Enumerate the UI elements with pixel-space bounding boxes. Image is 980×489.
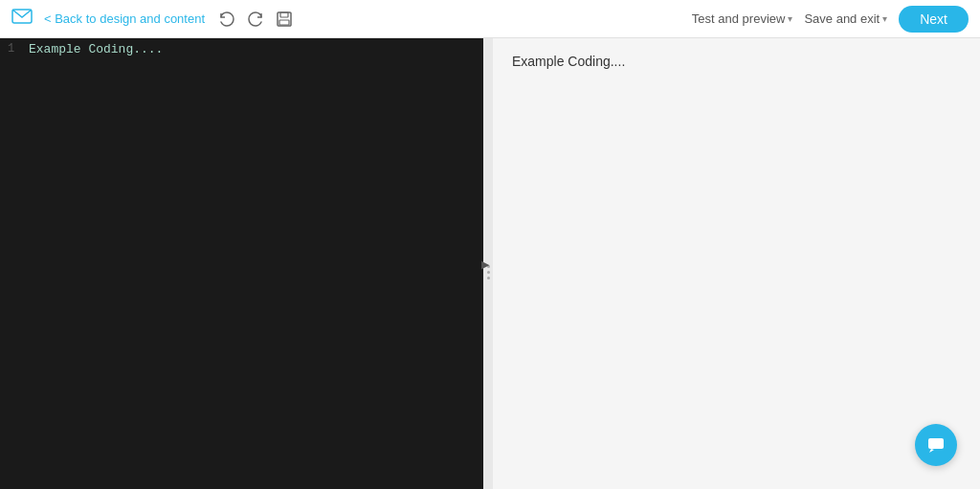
- code-line-1: 1 Example Coding....: [0, 38, 483, 60]
- toolbar-icons: [216, 9, 295, 30]
- preview-panel: Example Coding....: [493, 38, 980, 489]
- svg-rect-4: [928, 438, 944, 449]
- svg-rect-3: [279, 20, 289, 25]
- line-number-1: 1: [0, 42, 29, 56]
- panel-divider[interactable]: ▶: [483, 38, 493, 489]
- toolbar: < Back to design and content: [0, 0, 980, 38]
- save-exit-button[interactable]: Save and exit ▾: [804, 11, 887, 26]
- save-exit-chevron: ▾: [882, 13, 887, 24]
- chat-button[interactable]: [915, 424, 957, 466]
- toolbar-right: Test and preview ▾ Save and exit ▾ Next: [692, 6, 969, 33]
- divider-dot-3: [487, 277, 490, 279]
- code-editor[interactable]: 1 Example Coding....: [0, 38, 483, 489]
- line-content-1: Example Coding....: [29, 42, 163, 56]
- svg-marker-5: [929, 449, 934, 453]
- test-preview-button[interactable]: Test and preview ▾: [692, 11, 793, 26]
- expand-arrow: ▶: [481, 257, 489, 270]
- back-label: < Back to design and content: [44, 11, 205, 26]
- save-file-button[interactable]: [274, 9, 295, 30]
- main-area: 1 Example Coding.... ▶ Example Coding...…: [0, 38, 980, 489]
- preview-title: Example Coding....: [512, 54, 961, 69]
- next-button[interactable]: Next: [899, 6, 969, 33]
- test-preview-label: Test and preview: [692, 11, 786, 26]
- redo-button[interactable]: [245, 9, 266, 30]
- toolbar-left: < Back to design and content: [11, 9, 295, 30]
- save-exit-label: Save and exit: [804, 11, 880, 26]
- test-preview-chevron: ▾: [788, 13, 792, 24]
- back-to-design-link[interactable]: < Back to design and content: [44, 11, 205, 26]
- divider-dot-2: [487, 271, 490, 274]
- undo-button[interactable]: [216, 9, 237, 30]
- mail-icon: [11, 9, 33, 29]
